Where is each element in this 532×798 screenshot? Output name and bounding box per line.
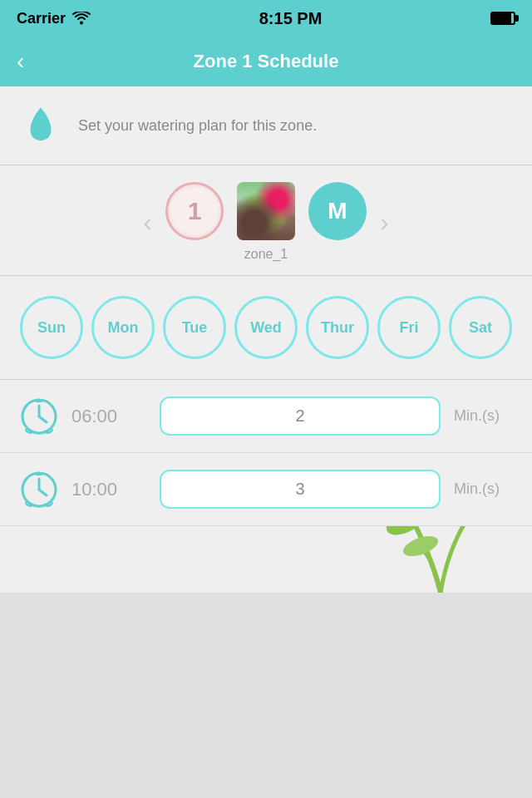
duration-input-2[interactable] [160, 470, 441, 509]
day-tue[interactable]: Tue [163, 296, 226, 359]
zone-selector: ‹ 1 M zone_1 › [0, 165, 532, 276]
day-thur[interactable]: Thur [306, 296, 369, 359]
day-sat[interactable]: Sat [449, 296, 512, 359]
back-button[interactable]: ‹ [17, 48, 24, 75]
schedule-section: 06:00 Min.(s) 10:00 Min.(s) [0, 380, 532, 593]
carrier-info: Carrier [17, 10, 91, 27]
time-display: 8:15 PM [259, 9, 323, 28]
svg-rect-4 [35, 399, 43, 402]
schedule-time-1: 06:00 [71, 406, 146, 427]
info-card: Set your watering plan for this zone. [0, 86, 532, 165]
zone-image [237, 182, 295, 240]
duration-input-1[interactable] [160, 397, 441, 436]
schedule-row-2: 10:00 Min.(s) [0, 453, 532, 526]
prev-zone-button[interactable]: ‹ [130, 207, 165, 238]
status-bar: Carrier 8:15 PM [0, 0, 532, 37]
day-wed[interactable]: Wed [234, 296, 298, 359]
clock-icon-1 [20, 397, 58, 436]
header: ‹ Zone 1 Schedule [0, 37, 532, 86]
day-fri[interactable]: Fri [377, 296, 441, 359]
day-sun[interactable]: Sun [20, 296, 83, 359]
plant-decoration [0, 526, 532, 593]
plant-svg [341, 526, 507, 593]
schedule-row-1: 06:00 Min.(s) [0, 380, 532, 453]
page-title: Zone 1 Schedule [194, 51, 339, 72]
svg-point-0 [80, 22, 83, 25]
wifi-icon [72, 12, 91, 25]
svg-rect-8 [35, 472, 43, 475]
schedule-time-2: 10:00 [71, 479, 146, 500]
next-zone-button[interactable]: › [367, 207, 402, 238]
svg-line-7 [39, 490, 47, 495]
zone-name: zone_1 [244, 247, 288, 262]
info-text: Set your watering plan for this zone. [78, 115, 317, 137]
carrier-text: Carrier [17, 10, 66, 27]
zone-number-badge: 1 [165, 182, 224, 240]
day-mon[interactable]: Mon [91, 296, 155, 359]
duration-label-1: Min.(s) [454, 407, 512, 425]
zone-avatar: M [308, 182, 367, 240]
days-section: Sun Mon Tue Wed Thur Fri Sat [0, 276, 532, 380]
battery-icon [490, 12, 515, 25]
content: Set your watering plan for this zone. ‹ … [0, 86, 532, 798]
clock-icon-2 [20, 470, 58, 509]
duration-label-2: Min.(s) [454, 480, 512, 498]
svg-line-3 [39, 416, 47, 422]
water-drop-icon [20, 105, 62, 146]
